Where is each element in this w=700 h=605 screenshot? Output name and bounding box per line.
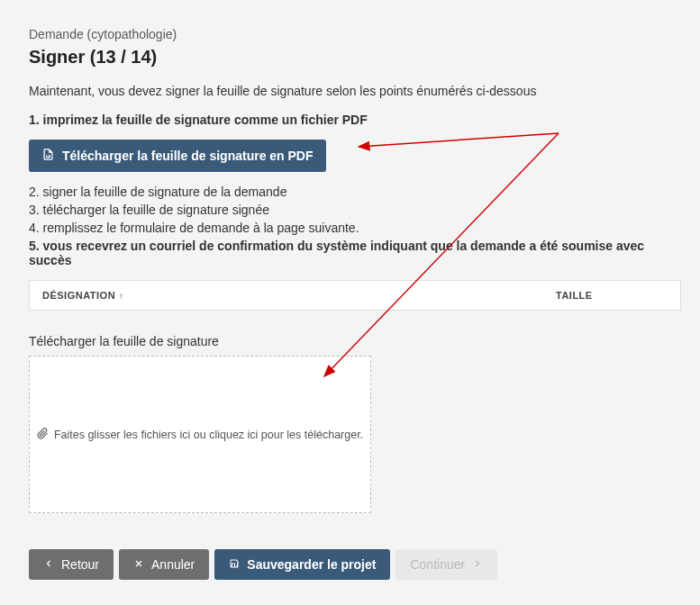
close-icon (133, 557, 144, 572)
paperclip-icon (37, 428, 49, 442)
cancel-label: Annuler (151, 557, 195, 572)
col-header-designation[interactable]: DÉSIGNATION ↑ (42, 290, 556, 301)
download-pdf-label: Télécharger la feuille de signature en P… (62, 149, 314, 163)
back-button[interactable]: Retour (29, 549, 114, 580)
intro-text: Maintenant, vous devez signer la feuille… (29, 84, 671, 98)
upload-dropzone[interactable]: Faites glisser les fichiers ici ou cliqu… (29, 356, 371, 513)
col-header-taille[interactable]: TAILLE (556, 290, 668, 301)
step-3: 3. télécharger la feuille de signature s… (29, 203, 671, 217)
pdf-icon (41, 148, 55, 164)
steps-list-2: 2. signer la feuille de signature de la … (29, 185, 671, 267)
step-4: 4. remplissez le formulaire de demande à… (29, 221, 671, 235)
save-label: Sauvegarder le projet (247, 557, 376, 572)
col-taille-label: TAILLE (556, 290, 593, 301)
step-2: 2. signer la feuille de signature de la … (29, 185, 671, 199)
sort-asc-icon: ↑ (119, 291, 124, 301)
cancel-button[interactable]: Annuler (119, 549, 209, 580)
footer-buttons: Retour Annuler Sauvegarder le projet Con… (29, 549, 671, 580)
dropzone-text: Faites glisser les fichiers ici ou cliqu… (54, 429, 363, 441)
step-1: 1. imprimez la feuille de signature comm… (29, 113, 671, 127)
download-pdf-button[interactable]: Télécharger la feuille de signature en P… (29, 140, 326, 172)
chevron-left-icon (43, 557, 54, 572)
breadcrumb: Demande (cytopathologie) (29, 27, 671, 41)
col-designation-label: DÉSIGNATION (42, 290, 115, 301)
back-label: Retour (61, 557, 99, 572)
steps-list: 1. imprimez la feuille de signature comm… (29, 113, 671, 127)
chevron-right-icon (472, 557, 483, 572)
continue-button: Continuer (395, 549, 497, 580)
step-5: 5. vous recevrez un courriel de confirma… (29, 239, 671, 267)
continue-label: Continuer (410, 557, 465, 572)
svg-line-1 (359, 133, 559, 147)
save-icon (229, 557, 240, 572)
files-table: DÉSIGNATION ↑ TAILLE (29, 280, 681, 311)
upload-label: Télécharger la feuille de signature (29, 334, 671, 348)
page-title: Signer (13 / 14) (29, 47, 671, 68)
table-header: DÉSIGNATION ↑ TAILLE (30, 281, 680, 310)
save-button[interactable]: Sauvegarder le projet (214, 549, 390, 580)
